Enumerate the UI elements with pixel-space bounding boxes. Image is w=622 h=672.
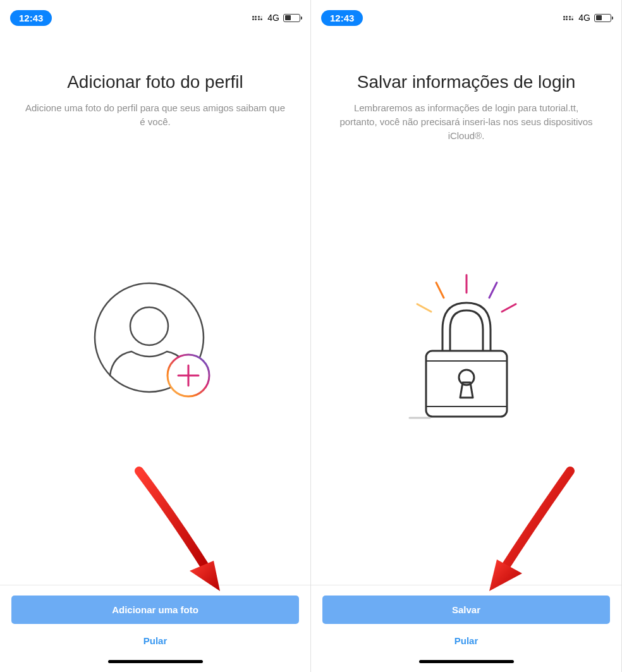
bottom-actions: Salvar Pular [311,585,621,672]
svg-line-10 [502,304,516,312]
profile-avatar-placeholder-icon [19,104,291,585]
status-right: 4G [563,13,611,23]
status-time: 12:43 [10,10,52,26]
battery-icon [283,14,300,22]
svg-line-9 [417,304,431,312]
skip-button[interactable]: Pular [322,624,610,657]
status-bar: 12:43 4G [0,0,310,32]
status-time: 12:43 [321,10,363,26]
screen-save-login: 12:43 4G Salvar informações de login Lem… [311,0,622,672]
padlock-icon [330,117,602,585]
add-photo-button[interactable]: Adicionar uma foto [11,596,299,624]
home-indicator[interactable] [108,660,203,663]
status-bar: 12:43 4G [311,0,621,32]
content-area: Salvar informações de login Lembraremos … [311,32,621,585]
svg-point-1 [130,307,168,345]
bottom-actions: Adicionar uma foto Pular [0,585,310,672]
battery-icon [594,14,611,22]
home-indicator[interactable] [419,660,514,663]
dual-signal-icon [252,16,263,20]
content-area: Adicionar foto do perfil Adicione uma fo… [0,32,310,585]
network-label: 4G [267,13,279,23]
divider [311,585,621,585]
save-button[interactable]: Salvar [322,596,610,624]
svg-line-7 [436,283,444,298]
svg-line-8 [489,283,497,298]
status-right: 4G [252,13,300,23]
page-title: Adicionar foto do perfil [67,72,243,92]
page-title: Salvar informações de login [357,72,576,92]
skip-button[interactable]: Pular [11,624,299,657]
network-label: 4G [578,13,590,23]
screen-add-photo: 12:43 4G Adicionar foto do perfil Adicio… [0,0,311,672]
divider [0,585,310,585]
dual-signal-icon [563,16,574,20]
